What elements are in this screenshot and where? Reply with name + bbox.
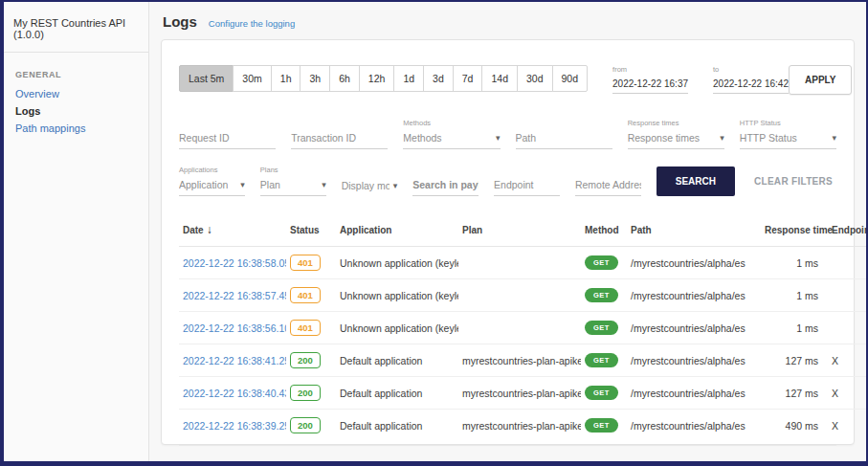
application-cell: Unknown application (keyless) <box>336 279 458 312</box>
status-badge: 200 <box>290 417 321 433</box>
chevron-down-icon: ▾ <box>701 461 706 462</box>
log-date-link[interactable]: 2022-12-22 16:38:41.250 <box>183 355 286 366</box>
column-header-status: Status <box>286 217 336 247</box>
configure-logging-link[interactable]: Configure the logging <box>209 18 295 29</box>
application-cell: Unknown application (keyless) <box>336 312 458 344</box>
remote-address-input[interactable] <box>575 176 641 196</box>
time-range-button[interactable]: 30d <box>517 65 553 92</box>
page-size-select[interactable]: 15 ▾ <box>683 460 706 461</box>
previous-page-icon[interactable]: ‹ <box>791 459 795 461</box>
plan-cell: myrestcountries-plan-apikey <box>458 410 581 442</box>
http-status-select[interactable]: HTTP Status ▾ <box>740 129 836 149</box>
window-frame: My REST Countries API (1.0.0) GENERAL Ov… <box>0 0 868 466</box>
sidebar-nav: Overview Logs Path mappings <box>4 85 148 137</box>
column-header-application: Application <box>336 217 458 247</box>
next-page-icon[interactable]: › <box>821 459 825 461</box>
from-label: from <box>612 65 688 76</box>
endpoint-cell <box>828 247 866 279</box>
method-badge: GET <box>585 321 618 335</box>
time-range-button[interactable]: 30m <box>233 65 271 92</box>
apply-button[interactable]: APPLY <box>789 65 852 95</box>
log-date-link[interactable]: 2022-12-22 16:38:56.108 <box>183 322 286 334</box>
method-badge: GET <box>585 288 618 302</box>
search-button[interactable]: SEARCH <box>657 166 735 196</box>
chevron-down-icon: ▾ <box>322 180 326 189</box>
page-size-value: 15 <box>683 460 694 461</box>
log-date-link[interactable]: 2022-12-22 16:38:39.250 <box>183 420 286 432</box>
path-cell: /myrestcountries/alpha/es <box>627 344 761 377</box>
methods-field: Methods Methods ▾ <box>403 119 500 149</box>
time-range-button[interactable]: 12h <box>359 65 395 92</box>
time-range-button[interactable]: 1h <box>271 65 301 92</box>
pagination: 15 ▾ 1 - 6 of 6 ‹ › <box>179 445 836 461</box>
time-range-button[interactable]: 7d <box>453 65 483 92</box>
log-date-link[interactable]: 2022-12-22 16:38:40.438 <box>183 388 286 399</box>
applications-select[interactable]: Application ▾ <box>179 176 245 196</box>
methods-select[interactable]: Methods ▾ <box>403 129 500 149</box>
display-mode-select[interactable]: Display mode ▾ <box>342 177 398 196</box>
status-badge: 401 <box>290 287 321 303</box>
plans-label: Plans <box>260 166 326 176</box>
endpoint-input[interactable] <box>494 176 560 196</box>
clear-filters-button[interactable]: CLEAR FILTERS <box>750 166 836 196</box>
application-cell: Unknown application (keyless) <box>336 247 458 279</box>
method-badge: GET <box>585 386 618 400</box>
time-range-button[interactable]: 1d <box>393 65 424 92</box>
request-id-field <box>179 118 276 149</box>
path-input[interactable] <box>516 129 612 149</box>
endpoint-cell: X <box>828 344 866 377</box>
chevron-down-icon: ▾ <box>720 133 724 143</box>
header-actions: APPLY EXPORT AS CSV <box>789 65 866 95</box>
page-title: Logs <box>163 13 197 30</box>
chevron-down-icon: ▾ <box>496 133 501 143</box>
sidebar-item-logs[interactable]: Logs <box>4 102 148 120</box>
application-cell: Default application <box>336 410 458 442</box>
response-times-label: Response times <box>628 119 724 129</box>
log-table-body: 2022-12-22 16:38:58.057 401 Unknown appl… <box>179 247 866 442</box>
chevron-down-icon: ▾ <box>240 180 245 189</box>
logs-table: Date↓ Status Application Plan Method Pat… <box>179 217 866 441</box>
applications-label: Applications <box>179 166 245 176</box>
plan-cell <box>458 247 581 279</box>
time-range-button[interactable]: 3d <box>423 65 454 92</box>
method-badge: GET <box>585 418 618 433</box>
endpoint-cell: X <box>828 377 866 410</box>
endpoint-field <box>494 165 560 196</box>
time-range-button[interactable]: 3h <box>300 65 330 92</box>
request-id-input[interactable] <box>179 129 276 149</box>
log-date-link[interactable]: 2022-12-22 16:38:57.457 <box>183 290 286 301</box>
sort-desc-icon: ↓ <box>207 223 212 236</box>
to-label: to <box>713 65 789 76</box>
response-time-cell: 1 ms <box>761 279 828 312</box>
transaction-id-input[interactable] <box>291 129 388 149</box>
search-payloads-input[interactable] <box>412 176 479 196</box>
sidebar-divider <box>4 52 148 53</box>
response-time-cell: 127 ms <box>761 344 828 377</box>
column-header-endpoint: Endpoint <box>828 217 866 247</box>
path-cell: /myrestcountries/alpha/es <box>627 247 761 279</box>
plan-cell: myrestcountries-plan-apikey <box>458 377 581 410</box>
http-status-field: HTTP Status HTTP Status ▾ <box>740 119 836 149</box>
response-time-cell: 1 ms <box>761 247 828 279</box>
sidebar-item-path-mappings[interactable]: Path mappings <box>4 120 148 137</box>
transaction-id-field <box>291 118 388 149</box>
display-mode-field: Display mode ▾ <box>342 166 398 196</box>
path-cell: /myrestcountries/alpha/es <box>627 312 761 344</box>
status-badge: 401 <box>290 255 321 271</box>
to-date-input[interactable]: 2022-12-22 16:42 <box>713 76 789 94</box>
applications-field: Applications Application ▾ <box>179 166 245 196</box>
time-range-button[interactable]: 6h <box>329 65 360 92</box>
time-range-button[interactable]: 14d <box>481 65 518 92</box>
time-range-button[interactable]: 90d <box>552 65 589 92</box>
response-times-select[interactable]: Response times ▾ <box>628 129 724 149</box>
time-range-button[interactable]: Last 5m <box>179 65 234 92</box>
table-row: 2022-12-22 16:38:39.250 200 Default appl… <box>179 410 866 442</box>
status-badge: 200 <box>290 352 321 368</box>
log-date-link[interactable]: 2022-12-22 16:38:58.057 <box>183 257 286 269</box>
chevron-down-icon: ▾ <box>833 133 837 143</box>
plans-select[interactable]: Plan ▾ <box>260 176 326 196</box>
sidebar-item-overview[interactable]: Overview <box>4 85 148 102</box>
column-header-date[interactable]: Date↓ <box>179 217 286 247</box>
from-date-input[interactable]: 2022-12-22 16:37 <box>612 76 688 94</box>
remote-address-field <box>575 165 641 196</box>
